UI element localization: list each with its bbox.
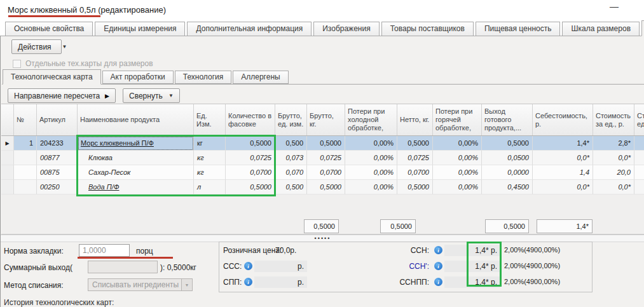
table-row[interactable]: 00877 Клюква кг 0,0725 0,073 0,0725 0,00…	[1, 151, 644, 165]
header-unit[interactable]: Ед. Изм.	[194, 104, 226, 135]
sum-yield-input	[88, 261, 158, 273]
row-marker-icon: ▶	[1, 136, 14, 151]
tab-tech-cards[interactable]: Технологические карты	[641, 20, 644, 36]
total-net-kg: 0,5000	[380, 219, 416, 233]
header-yield[interactable]: Выход готового продукта,...	[482, 104, 533, 135]
info-icon[interactable]: i	[244, 278, 252, 286]
info-icon[interactable]: i	[244, 262, 252, 270]
header-cold-loss[interactable]: Потери при холодной обработке,	[345, 104, 397, 135]
table-row[interactable]: 00250 Вода П/Ф л 0,5000 0,500 0,5000 0,0…	[1, 180, 644, 194]
totals-row: 0,5000 0,5000 0,5000 1,4*	[1, 217, 644, 235]
subtab-workout-act[interactable]: Акт проработки	[102, 71, 174, 84]
info-icon[interactable]: i	[434, 262, 442, 270]
product-name-cell[interactable]: Сахар-Песок	[78, 165, 194, 180]
writeoff-method-label: Метод списания:	[4, 281, 64, 290]
product-name-cell[interactable]: Клюква	[78, 151, 194, 165]
actions-button-label: Действия	[18, 43, 51, 51]
sum-yield-value: ): 0,5000кг	[160, 263, 196, 272]
tab-size-scale[interactable]: Шкала размеров	[562, 22, 640, 36]
header-row-selector	[1, 104, 14, 135]
norm-input[interactable]	[79, 244, 130, 257]
checkbox-unchecked-icon[interactable]	[13, 60, 21, 68]
info-icon[interactable]: i	[434, 278, 442, 286]
retail-price-label: Розничная цена:	[223, 246, 282, 255]
minimize-icon[interactable]: —	[606, 1, 622, 11]
retail-price-value: 70,0р.	[275, 246, 296, 255]
header-hot-loss[interactable]: Потери при горячей обработке,	[433, 104, 482, 135]
tech-cards-panel: Действия ▼ Отдельные тех.карты для разме…	[0, 36, 644, 307]
header-product-name[interactable]: Наименование продукта	[78, 104, 194, 135]
writeoff-method-select: Списывать ингредиенты ▼	[88, 278, 193, 291]
arrow-right-icon: ▶	[105, 93, 109, 99]
ccn-prime-label: ССН':	[372, 262, 429, 271]
info-icon[interactable]: i	[434, 246, 442, 254]
ccnpp-field: 1,4* р.	[444, 276, 500, 288]
header-gross-kg[interactable]: Брутто, кг.	[307, 104, 345, 135]
tab-additional-info[interactable]: Дополнительная информация	[187, 22, 312, 36]
header-number[interactable]: №	[14, 104, 37, 135]
page-title: Морс клюквенный 0,5л (редактирование)	[8, 5, 166, 15]
cpp-field: р.	[254, 276, 307, 288]
tab-nutrition[interactable]: Пищевая ценность	[476, 22, 561, 36]
tech-card-history-label: История технологических карт:	[4, 298, 114, 307]
collapse-label: Свернуть	[129, 92, 163, 100]
ccn-prime-pct: 2,00%(4900,00%)	[504, 262, 560, 269]
header-cost[interactable]: Себестоимость, р.	[533, 104, 593, 135]
ccn-field: 1,4* р.	[444, 245, 500, 256]
recalc-direction-label: Направление пересчета	[14, 92, 100, 100]
header-cut-column: Ст ед	[634, 104, 644, 135]
norm-label: Норма закладки:	[4, 247, 64, 256]
header-qty-packed[interactable]: Количество в фасовке	[226, 104, 275, 135]
table-row[interactable]: ▶ 1 204233 Морс клюквенный П/Ф кг 0,5000…	[1, 136, 644, 151]
total-yield: 0,5000	[485, 219, 529, 233]
cost-summary-box: Розничная цена: 70,0р. ССС: i р. СПП: i …	[219, 242, 593, 292]
ccc-label: ССС:	[223, 262, 242, 271]
sub-tab-bar: Технологическая карта Акт проработки Тех…	[2, 69, 644, 85]
norm-unit-label: порц	[136, 247, 153, 256]
tab-main-properties[interactable]: Основные свойства	[5, 22, 93, 36]
recalc-direction-button[interactable]: Направление пересчета ▶	[8, 88, 116, 103]
tab-images[interactable]: Изображения	[313, 22, 379, 36]
table-header-row: № Артикул Наименование продукта Ед. Изм.…	[1, 104, 644, 136]
norm-red-underline-annotation	[78, 257, 173, 259]
product-name-cell[interactable]: Вода П/Ф	[78, 180, 194, 194]
ccnpp-pct: 2,00%(4900,00%)	[504, 278, 560, 285]
total-gross-kg: 0,5000	[304, 219, 339, 233]
title-red-underline-annotation	[8, 15, 100, 17]
header-net-kg[interactable]: Нетто, кг.	[397, 104, 433, 135]
writeoff-method-value: Списывать ингредиенты	[92, 280, 179, 289]
table-toolbar: Направление пересчета ▶ Свернуть ▼	[8, 88, 180, 103]
separate-techcards-checkbox-label: Отдельные тех.карты для размеров	[25, 59, 153, 68]
tab-supplier-goods[interactable]: Товары поставщиков	[381, 22, 474, 36]
separate-techcards-checkbox-row: Отдельные тех.карты для размеров	[13, 59, 153, 68]
tab-units[interactable]: Единицы измерения	[95, 22, 185, 36]
chevron-down-icon: ▼	[168, 93, 174, 99]
chevron-down-icon: ▼	[181, 279, 192, 290]
total-cost: 1,4*	[537, 219, 593, 233]
actions-button[interactable]: Действия ▼	[11, 39, 62, 54]
collapse-button[interactable]: Свернуть ▼	[123, 88, 180, 103]
cpp-label: СПП:	[223, 278, 242, 287]
ccn-label: ССН:	[372, 246, 429, 255]
ccnpp-label: ССНПП:	[372, 278, 429, 287]
header-article[interactable]: Артикул	[37, 104, 78, 135]
ccn-prime-field: 1,4* р.	[444, 261, 500, 272]
chevron-down-icon: ▼	[62, 44, 67, 50]
subtab-tech-card[interactable]: Технологическая карта	[3, 69, 101, 85]
subtab-technology[interactable]: Технология	[175, 71, 232, 84]
header-cost-per-unit[interactable]: Стоимость за ед., р.	[593, 104, 634, 135]
ingredients-table: № Артикул Наименование продукта Ед. Изм.…	[1, 104, 644, 235]
header-gross-unit[interactable]: Брутто, ед. изм.	[275, 104, 307, 135]
splitter-dots-icon: •••••	[315, 236, 331, 240]
table-row[interactable]: 00875 Сахар-Песок кг 0,0700 0,070 0,0700…	[1, 165, 644, 180]
subtab-allergens[interactable]: Аллергены	[233, 71, 288, 84]
ccn-pct: 2,00%(4900,00%)	[504, 246, 560, 254]
main-tab-bar: Основные свойства Единицы измерения Допо…	[0, 20, 644, 36]
summary-panel: Норма закладки: порц Суммарный выход( ):…	[1, 242, 644, 297]
product-name-cell[interactable]: Морс клюквенный П/Ф	[78, 136, 194, 151]
sum-yield-label: Суммарный выход(	[4, 263, 72, 272]
ccc-field: р.	[254, 261, 307, 272]
